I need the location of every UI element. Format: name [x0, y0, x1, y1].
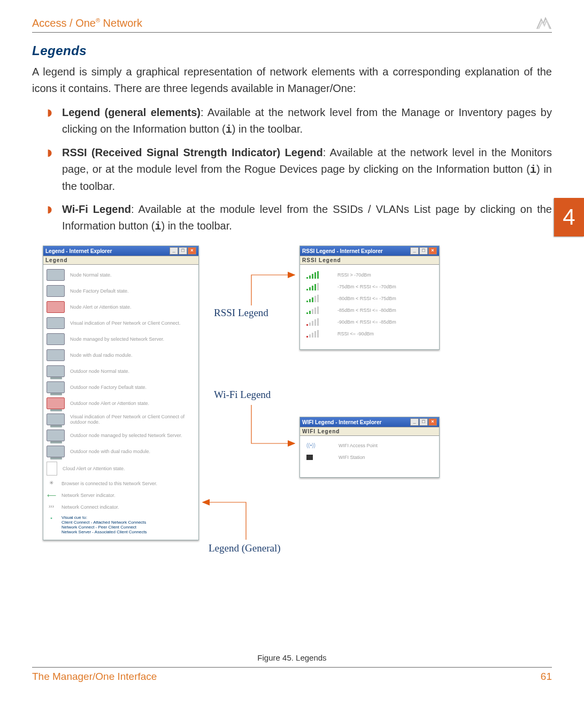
legend-body: RSSI > -70dBm -75dBm < RSSI <= -70dBm -8…	[300, 265, 439, 349]
wifi-text: WIFI Access Point	[339, 443, 378, 448]
bullet-item: RSSI (Received Signal Strength Indicator…	[47, 144, 552, 195]
signal-2-icon	[306, 306, 319, 314]
maximize-icon[interactable]: □	[419, 247, 428, 255]
legend-body: Node Normal state. Node Factory Default …	[43, 265, 198, 540]
legend-row: Outdoor node Alert or Attention state.	[45, 395, 196, 411]
window-controls: _□×	[169, 247, 196, 255]
page-footer: The Manager/One Interface 61	[32, 667, 552, 683]
legend-text: Cloud Alert or Attention state.	[63, 466, 125, 471]
section-title: Legends	[32, 43, 552, 58]
rssi-text: -85dBm < RSSI <= -80dBm	[337, 308, 396, 313]
legend-text: Visual indication of Peer Network or Cli…	[70, 320, 180, 326]
legend-window-rssi: RSSI Legend - Internet Explorer _□× RSSI…	[299, 246, 440, 350]
cloud-icon	[47, 462, 57, 476]
signal-0-icon	[306, 330, 319, 338]
legend-header: RSSI Legend	[300, 256, 439, 265]
intro-paragraph: A legend is simply a graphical represent…	[32, 64, 552, 97]
maximize-icon[interactable]: □	[179, 247, 187, 255]
visual-cue-icon: ▪	[47, 515, 56, 523]
rssi-text: RSSI <= -90dBm	[337, 331, 374, 336]
legend-window-wifi: WIFI Legend - Internet Explorer _□× WIFI…	[299, 417, 440, 478]
legend-footer-text: Visual cue to: Client Connect - Attached…	[62, 515, 147, 534]
legend-row: Cloud Alert or Attention state.	[45, 459, 196, 478]
legend-text: Browser is connected to this Network Ser…	[62, 481, 157, 486]
legend-body: ((•))WIFI Access Point WIFI Station	[300, 436, 439, 477]
outdoor-node-alert-icon	[47, 397, 65, 409]
minimize-icon[interactable]: _	[410, 418, 419, 426]
connect-indicator-icon: ›››	[47, 503, 56, 511]
close-icon[interactable]: ×	[428, 418, 437, 426]
window-controls: _□×	[410, 418, 437, 426]
rssi-text: -90dBm < RSSI <= -85dBm	[337, 319, 396, 325]
bullet-label: Wi-Fi Legend	[62, 203, 131, 215]
legend-footer-row: ▪Visual cue to: Client Connect - Attache…	[45, 513, 196, 537]
legend-text: Outdoor node with dual radio module.	[70, 449, 150, 454]
legend-row: Node Factory Default state.	[45, 283, 196, 299]
node-alert-icon	[47, 301, 65, 313]
wifi-text: WIFI Station	[339, 455, 365, 460]
bullet-item: Wi-Fi Legend: Available at the module le…	[47, 201, 552, 235]
rssi-row: -75dBm < RSSI <= -70dBm	[303, 281, 436, 293]
legend-text: Outdoor node managed by selected Network…	[70, 433, 182, 438]
legend-text: Outdoor node Normal state.	[70, 369, 129, 374]
legend-text: Network Connect indicator.	[62, 504, 119, 510]
bullet-label: RSSI (Received Signal Strength Indicator…	[62, 147, 323, 158]
signal-5-icon	[306, 271, 319, 279]
legend-text: Network Server indicator.	[62, 493, 116, 498]
titlebar-text: Legend - Internet Explorer	[45, 248, 112, 254]
mono-char: i	[155, 220, 161, 233]
legend-header: Legend	[43, 256, 198, 265]
bullet-label: Legend (general elements)	[62, 106, 201, 118]
minimize-icon[interactable]: _	[170, 247, 178, 255]
outdoor-node-icon	[47, 365, 65, 377]
figure-caption: Figure 45. Legends	[32, 653, 552, 662]
wifi-row: ((•))WIFI Access Point	[303, 439, 436, 451]
minimize-icon[interactable]: _	[410, 247, 419, 255]
legend-text: Outdoor node Alert or Attention state.	[70, 401, 149, 406]
legend-row: Node with dual radio module.	[45, 347, 196, 363]
legend-text: Node managed by selected Network Server.	[70, 336, 164, 342]
mono-char: i	[226, 124, 232, 136]
legend-window-general: Legend - Internet Explorer _□× Legend No…	[43, 246, 199, 540]
close-icon[interactable]: ×	[188, 247, 196, 255]
rssi-row: -90dBm < RSSI <= -85dBm	[303, 316, 436, 328]
maximize-icon[interactable]: □	[419, 418, 428, 426]
window-titlebar: RSSI Legend - Internet Explorer _□×	[300, 246, 439, 256]
rssi-row: RSSI <= -90dBm	[303, 328, 436, 340]
rssi-text: -75dBm < RSSI <= -70dBm	[337, 284, 396, 289]
rssi-row: -80dBm < RSSI <= -75dBm	[303, 293, 436, 304]
window-titlebar: Legend - Internet Explorer _□×	[43, 246, 198, 256]
header-title: Access / One® Network	[32, 17, 142, 29]
legend-text: Node Factory Default state.	[70, 288, 129, 294]
signal-1-icon	[306, 318, 319, 326]
rssi-text: -80dBm < RSSI <= -75dBm	[337, 296, 396, 301]
title-prefix: Access / One	[32, 17, 96, 29]
legend-row: Node Alert or Attention state.	[45, 299, 196, 315]
chapter-tab: 4	[554, 198, 584, 236]
rssi-text: RSSI > -70dBm	[337, 272, 371, 278]
legend-text: Node Alert or Attention state.	[70, 304, 132, 310]
titlebar-text: WIFI Legend - Internet Explorer	[302, 419, 381, 425]
legend-row: ✳Browser is connected to this Network Se…	[45, 478, 196, 489]
node-icon	[47, 333, 65, 345]
bullet-item: Legend (general elements): Available at …	[47, 104, 552, 138]
rssi-row: -85dBm < RSSI <= -80dBm	[303, 304, 436, 316]
legend-text: Node with dual radio module.	[70, 352, 133, 358]
outdoor-node-icon	[47, 446, 65, 457]
titlebar-text: RSSI Legend - Internet Explorer	[302, 248, 383, 254]
wifi-row: WIFI Station	[303, 451, 436, 463]
legend-row: Node Normal state.	[45, 267, 196, 283]
legend-row: ⟵Network Server indicator.	[45, 489, 196, 501]
bullet-list: Legend (general elements): Available at …	[32, 104, 552, 235]
legend-row: Outdoor node Factory Default state.	[45, 379, 196, 395]
legend-header: WIFI Legend	[300, 427, 439, 436]
wifi-station-icon	[306, 455, 317, 460]
bullet-text: : Available at the module level from the…	[62, 203, 552, 232]
callout-wifi: Wi-Fi Legend	[214, 389, 271, 401]
bullet-text2: ) in the toolbar.	[232, 123, 303, 135]
close-icon[interactable]: ×	[428, 247, 437, 255]
browser-icon: ✳	[47, 480, 56, 487]
node-icon	[47, 269, 65, 281]
callout-rssi: RSSI Legend	[214, 307, 268, 319]
legend-text: Node Normal state.	[70, 272, 112, 278]
